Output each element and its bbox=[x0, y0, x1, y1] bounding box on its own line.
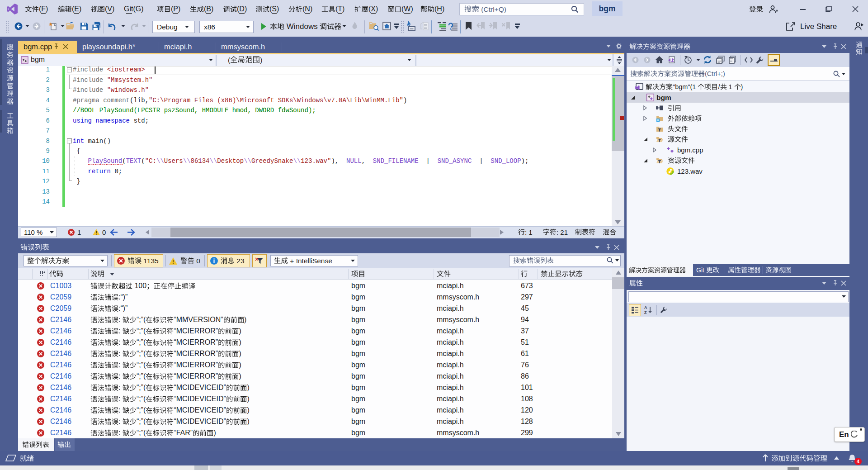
svg-text:Z: Z bbox=[644, 310, 647, 314]
svg-text:A: A bbox=[644, 305, 647, 310]
